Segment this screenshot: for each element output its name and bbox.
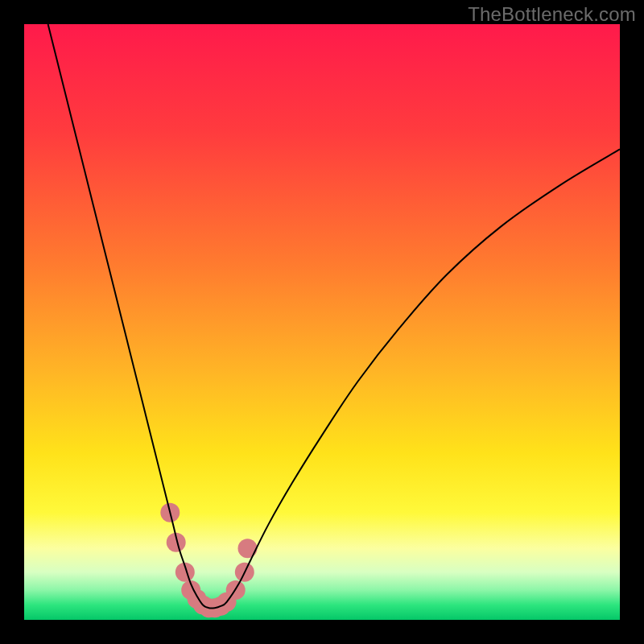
plot-area: [24, 24, 620, 620]
highlight-dot: [238, 539, 258, 558]
watermark-text: TheBottleneck.com: [468, 3, 636, 26]
chart-frame: TheBottleneck.com: [0, 0, 644, 644]
marker-group: [160, 503, 257, 617]
bottleneck-curve: [48, 24, 620, 609]
curve-layer: [24, 24, 620, 620]
